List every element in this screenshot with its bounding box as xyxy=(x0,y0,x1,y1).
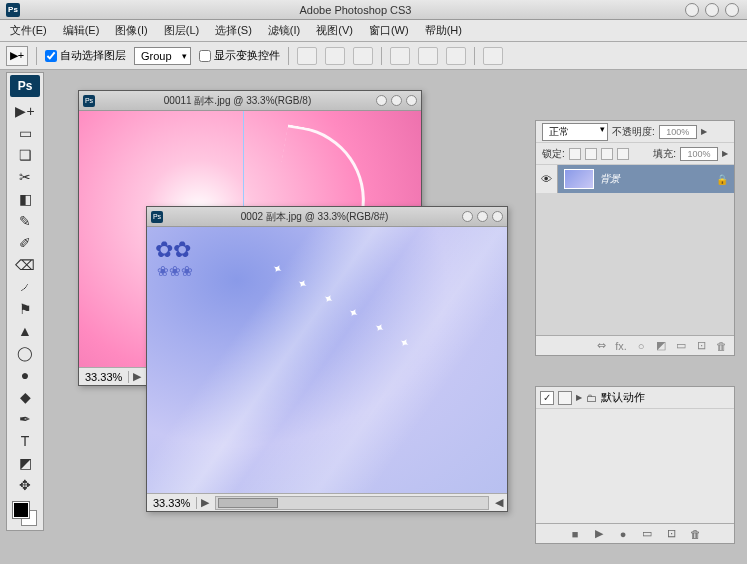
stop-icon[interactable]: ■ xyxy=(568,527,582,541)
document-titlebar[interactable]: Ps 00011 副本.jpg @ 33.3%(RGB/8) xyxy=(79,91,421,111)
shape-tool[interactable]: ✥ xyxy=(11,474,39,496)
menu-image[interactable]: 图像(I) xyxy=(109,21,153,40)
lock-all-icon[interactable] xyxy=(617,148,629,160)
auto-select-layer-checkbox[interactable]: 自动选择图层 xyxy=(45,48,126,63)
eraser-tool[interactable]: ▲ xyxy=(11,320,39,342)
play-icon[interactable]: ▶ xyxy=(592,527,606,541)
menu-file[interactable]: 文件(E) xyxy=(4,21,53,40)
align-option-icon[interactable] xyxy=(353,47,373,65)
fill-input[interactable]: 100% xyxy=(680,147,718,161)
magic-wand-tool[interactable]: ✂ xyxy=(11,166,39,188)
chevron-right-icon[interactable]: ▶ xyxy=(722,149,728,158)
marquee-tool[interactable]: ▭ xyxy=(11,122,39,144)
dodge-tool[interactable]: ◆ xyxy=(11,386,39,408)
menu-filter[interactable]: 滤镜(I) xyxy=(262,21,306,40)
pen-tool[interactable]: ✒ xyxy=(11,408,39,430)
align-option-icon[interactable] xyxy=(325,47,345,65)
delete-layer-icon[interactable]: 🗑 xyxy=(714,339,728,353)
layer-name[interactable]: 背景 xyxy=(600,172,716,186)
align-option-icon[interactable] xyxy=(418,47,438,65)
record-icon[interactable]: ● xyxy=(616,527,630,541)
actions-default-set-row[interactable]: ✓ ▶ 🗀 默认动作 xyxy=(536,387,734,409)
layer-thumbnail[interactable] xyxy=(564,169,594,189)
distribute-option-icon[interactable] xyxy=(483,47,503,65)
maximize-button[interactable] xyxy=(705,3,719,17)
zoom-readout[interactable]: 33.33% xyxy=(79,371,129,383)
lock-pixels-icon[interactable] xyxy=(585,148,597,160)
auto-select-layer-input[interactable] xyxy=(45,50,57,62)
crop-tool[interactable]: ◧ xyxy=(11,188,39,210)
document-canvas[interactable]: ✦ ✦ ✦ ✦ ✦ ✦ xyxy=(147,227,507,493)
history-brush-tool[interactable]: ⚑ xyxy=(11,298,39,320)
blur-tool[interactable]: ● xyxy=(11,364,39,386)
document-window-2[interactable]: Ps 0002 副本.jpg @ 33.3%(RGB/8#) ✦ ✦ ✦ ✦ ✦… xyxy=(146,206,508,512)
action-set-checkbox[interactable]: ✓ xyxy=(540,391,554,405)
menu-edit[interactable]: 编辑(E) xyxy=(57,21,106,40)
foreground-color-swatch[interactable] xyxy=(13,502,29,518)
menu-select[interactable]: 选择(S) xyxy=(209,21,258,40)
doc-close-button[interactable] xyxy=(406,95,417,106)
healing-brush-tool[interactable]: ✐ xyxy=(11,232,39,254)
layer-visibility-icon[interactable]: 👁 xyxy=(536,165,558,193)
clone-stamp-tool[interactable]: ⟋ xyxy=(11,276,39,298)
document-titlebar[interactable]: Ps 0002 副本.jpg @ 33.3%(RGB/8#) xyxy=(147,207,507,227)
zoom-readout[interactable]: 33.33% xyxy=(147,497,197,509)
opacity-input[interactable]: 100% xyxy=(659,125,697,139)
disclosure-triangle-icon[interactable]: ▶ xyxy=(576,393,582,402)
lock-position-icon[interactable] xyxy=(601,148,613,160)
current-tool-indicator[interactable]: ▶+ xyxy=(6,46,28,66)
align-option-icon[interactable] xyxy=(390,47,410,65)
new-group-icon[interactable]: ▭ xyxy=(674,339,688,353)
blend-mode-dropdown[interactable]: 正常 xyxy=(542,123,608,141)
type-tool[interactable]: T xyxy=(11,430,39,452)
gradient-tool[interactable]: ◯ xyxy=(11,342,39,364)
document-title: 00011 副本.jpg @ 33.3%(RGB/8) xyxy=(99,94,376,108)
actions-panel: ✓ ▶ 🗀 默认动作 ■ ▶ ● ▭ ⊡ 🗑 xyxy=(535,386,735,544)
menu-view[interactable]: 视图(V) xyxy=(310,21,359,40)
brush-tool[interactable]: ⌫ xyxy=(11,254,39,276)
adjustment-layer-icon[interactable]: ◩ xyxy=(654,339,668,353)
doc-maximize-button[interactable] xyxy=(391,95,402,106)
auto-select-target-dropdown[interactable]: Group xyxy=(134,47,191,65)
delete-action-icon[interactable]: 🗑 xyxy=(688,527,702,541)
link-layers-icon[interactable]: ⇔ xyxy=(594,339,608,353)
align-option-icon[interactable] xyxy=(446,47,466,65)
doc-close-button[interactable] xyxy=(492,211,503,222)
layer-item-background[interactable]: 👁 背景 🔒 xyxy=(536,165,734,193)
layers-blend-row: 正常 不透明度: 100% ▶ xyxy=(536,121,734,143)
status-arrow-icon[interactable]: ▶ xyxy=(129,370,145,383)
layer-mask-icon[interactable]: ○ xyxy=(634,339,648,353)
doc-minimize-button[interactable] xyxy=(462,211,473,222)
menu-window[interactable]: 窗口(W) xyxy=(363,21,415,40)
options-bar: ▶+ 自动选择图层 Group 显示变换控件 xyxy=(0,42,747,70)
status-arrow-icon[interactable]: ▶ xyxy=(197,496,213,509)
new-set-icon[interactable]: ▭ xyxy=(640,527,654,541)
menu-layer[interactable]: 图层(L) xyxy=(158,21,205,40)
lock-transparency-icon[interactable] xyxy=(569,148,581,160)
path-selection-tool[interactable]: ◩ xyxy=(11,452,39,474)
show-transform-input[interactable] xyxy=(199,50,211,62)
horizontal-scrollbar[interactable] xyxy=(215,496,489,510)
new-action-icon[interactable]: ⊡ xyxy=(664,527,678,541)
chevron-right-icon[interactable]: ▶ xyxy=(701,127,707,136)
action-dialog-toggle[interactable] xyxy=(558,391,572,405)
color-swatches[interactable] xyxy=(11,500,39,528)
move-tool[interactable]: ▶+ xyxy=(11,100,39,122)
align-option-icon[interactable] xyxy=(297,47,317,65)
scrollbar-thumb[interactable] xyxy=(218,498,278,508)
app-titlebar: Ps Adobe Photoshop CS3 xyxy=(0,0,747,20)
close-button[interactable] xyxy=(725,3,739,17)
layer-list[interactable]: 👁 背景 🔒 xyxy=(536,165,734,335)
lasso-tool[interactable]: ❑ xyxy=(11,144,39,166)
doc-maximize-button[interactable] xyxy=(477,211,488,222)
layers-panel: 正常 不透明度: 100% ▶ 锁定: 填充: 100% ▶ 👁 背景 🔒 xyxy=(535,120,735,356)
actions-list[interactable] xyxy=(536,409,734,523)
eyedropper-tool[interactable]: ✎ xyxy=(11,210,39,232)
show-transform-checkbox[interactable]: 显示变换控件 xyxy=(199,48,280,63)
status-arrow-icon[interactable]: ◀ xyxy=(491,496,507,509)
new-layer-icon[interactable]: ⊡ xyxy=(694,339,708,353)
menu-help[interactable]: 帮助(H) xyxy=(419,21,468,40)
layer-fx-icon[interactable]: fx. xyxy=(614,339,628,353)
doc-minimize-button[interactable] xyxy=(376,95,387,106)
minimize-button[interactable] xyxy=(685,3,699,17)
